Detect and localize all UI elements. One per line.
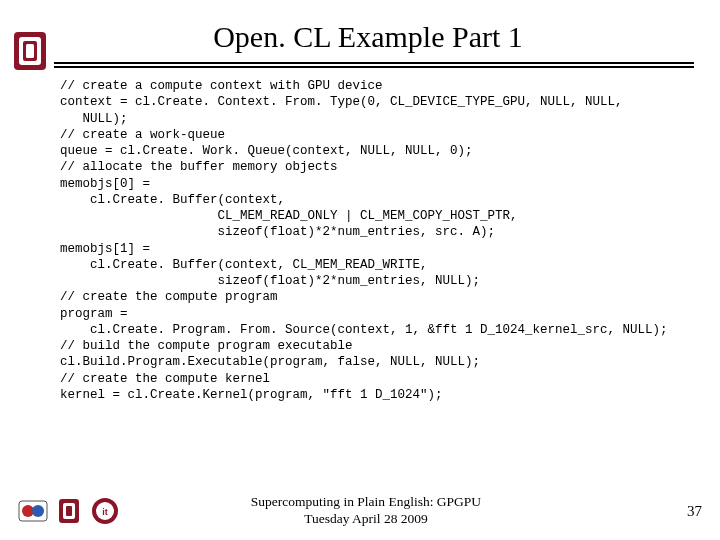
- footer-line-2: Tuesday April 28 2009: [60, 511, 672, 528]
- footer-line-1: Supercomputing in Plain English: GPGPU: [60, 494, 672, 511]
- footer-caption: Supercomputing in Plain English: GPGPU T…: [60, 494, 672, 528]
- oscer-logo-icon: [18, 496, 48, 526]
- slide-title: Open. CL Example Part 1: [30, 20, 706, 54]
- code-block: // create a compute context with GPU dev…: [60, 78, 706, 403]
- title-rule-top: [54, 62, 694, 64]
- ou-logo: [12, 30, 48, 72]
- slide-number: 37: [672, 503, 702, 520]
- slide: Open. CL Example Part 1 // create a comp…: [0, 0, 720, 540]
- svg-point-6: [32, 505, 44, 517]
- slide-footer: it Supercomputing in Plain English: GPGP…: [0, 494, 720, 528]
- title-rule-bottom: [54, 66, 694, 68]
- svg-rect-3: [26, 44, 34, 58]
